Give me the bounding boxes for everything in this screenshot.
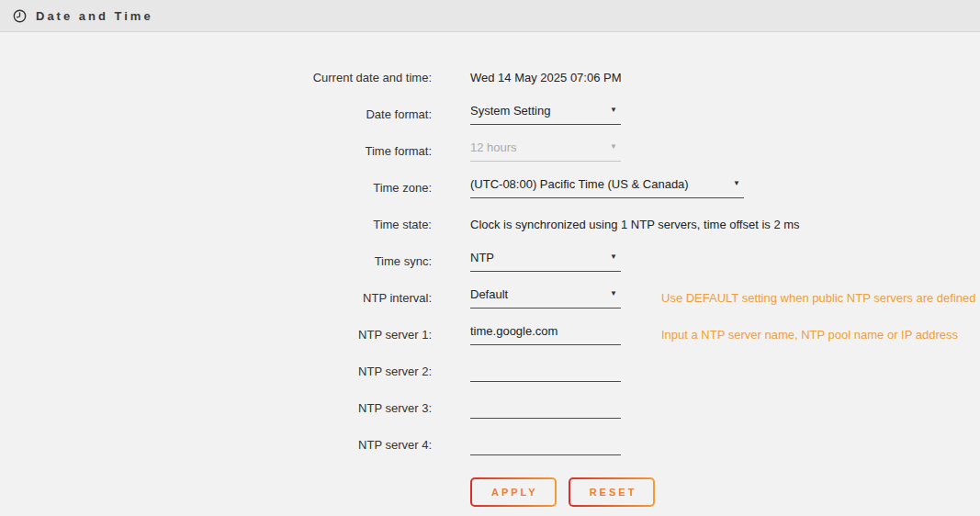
row-time-format: Time format: 12 hours ▼	[0, 132, 980, 169]
apply-button-label: APPLY	[472, 479, 555, 505]
ntp-server-1-input[interactable]	[470, 324, 621, 345]
section-header: Date and Time	[0, 0, 980, 32]
row-time-sync: Time sync: NTP ▼	[0, 242, 980, 279]
row-ntp-server-2: NTP server 2:	[0, 353, 980, 389]
clock-icon	[13, 9, 27, 23]
ntp-server-3-input[interactable]	[470, 398, 621, 419]
ntp-server-2-input[interactable]	[470, 361, 621, 382]
time-state-label: Time state:	[0, 218, 432, 231]
button-row: APPLY RESET	[470, 477, 980, 507]
apply-button[interactable]: APPLY	[470, 477, 557, 507]
ntp-server-2-label: NTP server 2:	[0, 365, 432, 378]
time-sync-select[interactable]: NTP ▼	[470, 251, 621, 272]
ntp-server-4-label: NTP server 4:	[0, 438, 432, 452]
ntp-interval-select[interactable]: Default ▼	[470, 287, 621, 308]
current-datetime-value: Wed 14 May 2025 07:06 PM	[470, 71, 622, 84]
time-sync-value: NTP	[470, 251, 494, 264]
ntp-server-1-label: NTP server 1:	[0, 328, 432, 342]
row-ntp-server-1: NTP server 1: Input a NTP server name, N…	[0, 316, 980, 353]
row-ntp-server-4: NTP server 4:	[0, 426, 980, 463]
section-title: Date and Time	[36, 9, 153, 23]
current-datetime-label: Current date and time:	[0, 71, 432, 84]
time-state-value: Clock is synchronized using 1 NTP server…	[470, 218, 800, 231]
ntp-interval-value: Default	[470, 287, 508, 301]
row-date-format: Date format: System Setting ▼	[0, 95, 980, 132]
time-zone-select[interactable]: (UTC-08:00) Pacific Time (US & Canada) ▼	[470, 177, 744, 198]
row-ntp-server-3: NTP server 3:	[0, 389, 980, 426]
ntp-interval-hint: Use DEFAULT setting when public NTP serv…	[661, 291, 976, 305]
date-time-form: Current date and time: Wed 14 May 2025 0…	[0, 32, 980, 507]
chevron-down-icon: ▼	[610, 290, 617, 297]
ntp-interval-label: NTP interval:	[0, 291, 432, 305]
time-format-select: 12 hours ▼	[470, 140, 621, 162]
time-sync-label: Time sync:	[0, 254, 432, 268]
reset-button[interactable]: RESET	[569, 477, 656, 507]
row-time-zone: Time zone: (UTC-08:00) Pacific Time (US …	[0, 169, 980, 206]
date-format-value: System Setting	[470, 104, 550, 118]
date-format-select[interactable]: System Setting ▼	[470, 104, 621, 125]
chevron-down-icon: ▼	[733, 180, 740, 187]
chevron-down-icon: ▼	[610, 143, 617, 151]
time-zone-label: Time zone:	[0, 181, 432, 195]
chevron-down-icon: ▼	[610, 107, 617, 114]
ntp-server-4-input[interactable]	[470, 434, 621, 455]
ntp-server-3-label: NTP server 3:	[0, 401, 432, 415]
row-current-datetime: Current date and time: Wed 14 May 2025 0…	[0, 59, 980, 95]
reset-button-label: RESET	[570, 479, 654, 505]
ntp-server-1-hint: Input a NTP server name, NTP pool name o…	[661, 328, 958, 342]
time-zone-value: (UTC-08:00) Pacific Time (US & Canada)	[470, 177, 689, 191]
row-ntp-interval: NTP interval: Default ▼ Use DEFAULT sett…	[0, 279, 980, 316]
chevron-down-icon: ▼	[610, 253, 617, 261]
time-format-value: 12 hours	[470, 140, 517, 154]
row-time-state: Time state: Clock is synchronized using …	[0, 206, 980, 242]
time-format-label: Time format:	[0, 144, 432, 158]
date-format-label: Date format:	[0, 107, 432, 121]
